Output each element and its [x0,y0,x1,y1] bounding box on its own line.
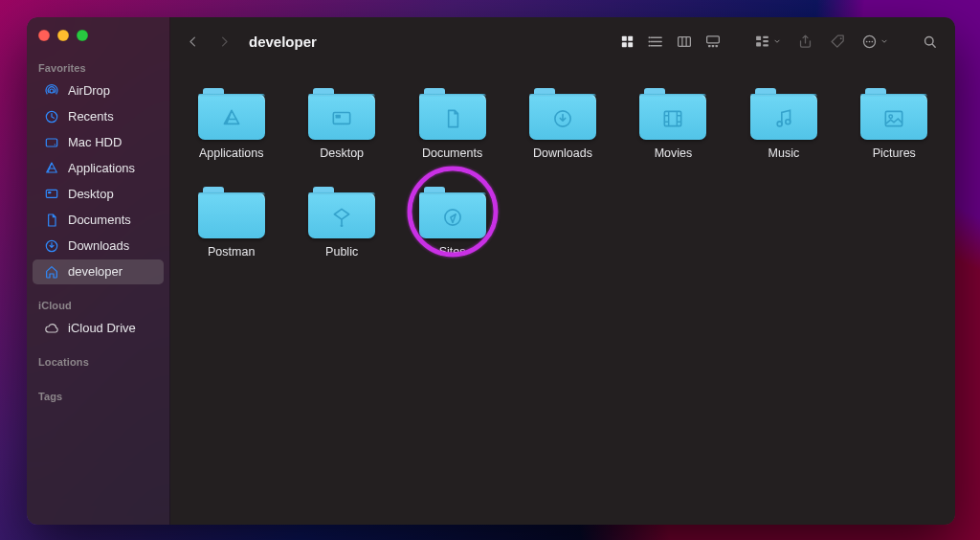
back-button[interactable] [186,34,200,49]
forward-button[interactable] [217,34,232,49]
folder-item-music[interactable]: Music [740,88,827,160]
sidebar-item-applications[interactable]: Applications [33,156,164,181]
folder-item-desktop[interactable]: Desktop [298,88,385,160]
group-by-button[interactable] [748,29,787,54]
sidebar-item-label: Desktop [68,186,114,203]
finder-window: Favorites AirDrop Recents Mac HDD Applic… [27,17,955,525]
folder-contents: ApplicationsDesktopDocumentsDownloadsMov… [170,65,955,525]
apps-glyph-icon [219,106,244,131]
folder-label: Music [768,146,800,160]
share-button[interactable] [791,29,819,54]
public-glyph-icon [329,205,354,230]
folder-icon [419,187,486,238]
folder-item-downloads[interactable]: Downloads [519,88,606,160]
folder-icon [308,187,375,238]
sidebar-item-label: Applications [68,160,135,177]
downloads-icon [44,238,59,254]
documents-icon [44,213,59,228]
folder-label: Pictures [873,146,916,160]
folder-label: Downloads [533,146,592,160]
applications-icon [44,161,59,176]
airdrop-icon [44,83,59,99]
search-button[interactable] [915,29,944,54]
sidebar-item-icloud-drive[interactable]: iCloud Drive [33,316,164,341]
sidebar-item-label: Mac HDD [68,134,122,151]
pictures-glyph-icon [881,106,906,131]
movies-glyph-icon [660,106,685,131]
folder-label: Applications [199,146,263,160]
sidebar-item-label: developer [68,263,122,281]
documents-glyph-icon [440,106,465,131]
sidebar-item-mac-hdd[interactable]: Mac HDD [33,130,164,155]
sidebar-item-developer[interactable]: developer [33,259,164,284]
folder-icon [419,88,486,140]
music-glyph-icon [771,106,796,131]
sidebar-item-airdrop[interactable]: AirDrop [33,79,164,103]
sidebar-section-locations: Locations [27,350,169,371]
folder-icon [198,187,265,238]
action-menu-button[interactable] [856,29,894,54]
folder-item-documents[interactable]: Documents [409,88,496,160]
close-button[interactable] [38,30,50,41]
view-as-columns-button[interactable] [670,29,699,54]
sidebar-item-downloads[interactable]: Downloads [33,234,164,259]
cloud-icon [44,321,59,336]
folder-label: Movies [655,146,693,160]
sidebar-section-icloud: iCloud [27,294,169,315]
sidebar: Favorites AirDrop Recents Mac HDD Applic… [27,17,170,525]
home-icon [44,264,59,280]
minimize-button[interactable] [57,30,69,41]
zoom-button[interactable] [77,30,88,41]
sidebar-section-tags: Tags [27,385,169,406]
view-switcher [612,29,727,54]
sidebar-item-label: AirDrop [68,82,110,100]
desktop-glyph-icon [329,106,354,131]
folder-icon [529,88,596,140]
view-as-gallery-button[interactable] [699,29,727,54]
tags-button[interactable] [823,29,852,54]
content-area: developer ApplicationsDesk [170,17,955,525]
folder-icon [860,88,927,140]
sidebar-item-recents[interactable]: Recents [33,104,164,129]
folder-icon [308,88,375,140]
sites-glyph-icon [440,205,465,230]
recents-icon [44,109,59,124]
view-as-icons-button[interactable] [612,29,641,54]
folder-item-sites[interactable]: Sites [409,187,496,259]
folder-item-movies[interactable]: Movies [630,88,717,160]
window-controls [27,30,169,56]
folder-icon [198,88,265,140]
folder-label: Desktop [320,146,364,160]
window-title: developer [243,34,317,50]
sidebar-item-label: Documents [68,212,131,229]
folder-label: Sites [439,245,466,259]
folder-item-applications[interactable]: Applications [188,88,275,160]
sidebar-item-label: iCloud Drive [68,320,136,337]
sidebar-item-documents[interactable]: Documents [33,208,164,233]
toolbar: developer [170,17,955,65]
folder-item-public[interactable]: Public [298,187,385,259]
folder-item-postman[interactable]: Postman [188,187,275,259]
sidebar-item-label: Recents [68,108,114,125]
folder-icon [639,88,706,140]
folder-item-pictures[interactable]: Pictures [851,88,938,160]
desktop-icon [44,187,59,202]
view-as-list-button[interactable] [641,29,670,54]
downloads-glyph-icon [550,106,575,131]
sidebar-section-favorites: Favorites [27,56,169,78]
folder-label: Documents [422,146,482,160]
disk-icon [44,135,59,150]
sidebar-item-label: Downloads [68,237,129,255]
folder-label: Postman [208,245,255,259]
folder-icon [750,88,817,140]
sidebar-item-desktop[interactable]: Desktop [33,182,164,207]
folder-label: Public [325,245,358,259]
